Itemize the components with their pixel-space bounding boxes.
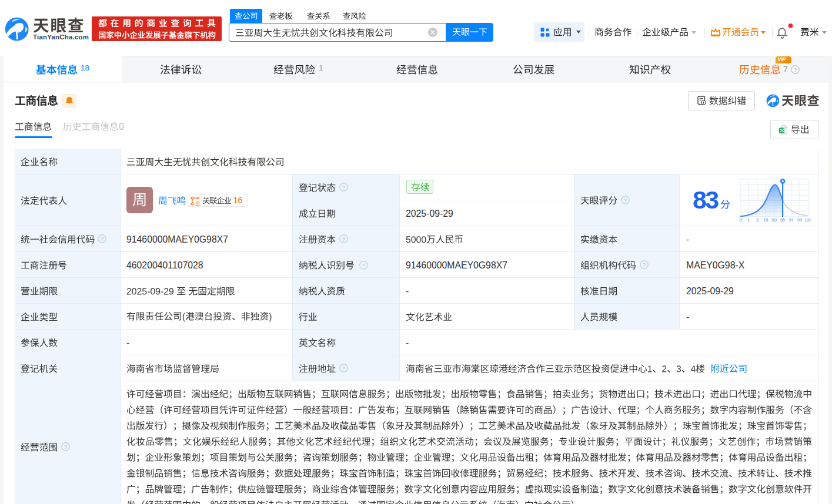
svg-text:15: 15 [763,217,768,223]
svg-text:1: 1 [747,217,750,223]
svg-text:?: ? [100,236,103,242]
svg-text:97: 97 [788,217,793,223]
svg-text:85: 85 [780,217,785,223]
svg-text:50: 50 [772,217,777,223]
svg-text:?: ? [64,444,66,450]
svg-text:3: 3 [756,217,759,223]
svg-text:?: ? [362,263,365,268]
svg-text:?: ? [342,236,345,242]
svg-text:99: 99 [797,217,802,223]
svg-text:?: ? [624,197,627,203]
svg-text:0: 0 [740,217,742,223]
svg-text:?: ? [342,365,345,371]
svg-text:?: ? [342,184,345,190]
svg-text:100: 100 [804,217,811,223]
svg-text:?: ? [643,262,646,268]
svg-text:?: ? [794,66,797,72]
